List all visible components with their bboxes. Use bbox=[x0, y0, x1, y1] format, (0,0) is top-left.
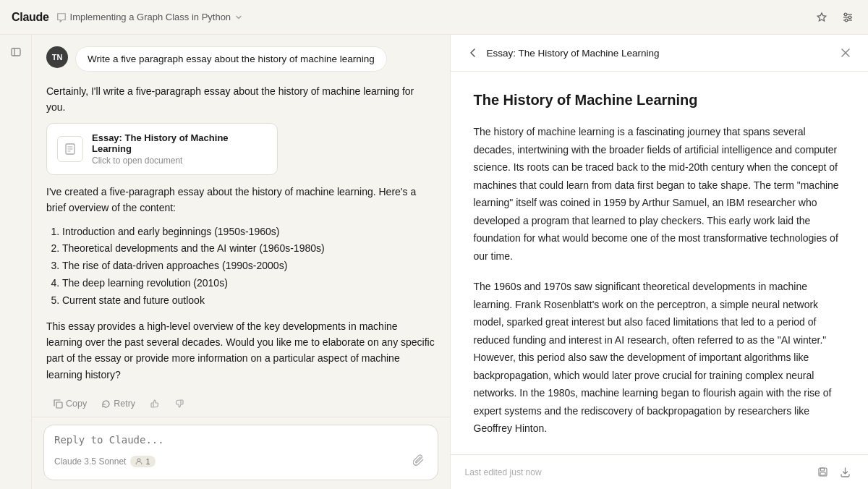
thumbs-down-icon bbox=[174, 399, 184, 409]
reply-input[interactable] bbox=[54, 434, 427, 446]
assistant-intro: Certainly, I'll write a five-paragraph e… bbox=[46, 83, 435, 116]
paperclip-icon bbox=[413, 454, 425, 466]
thumbs-down-button[interactable] bbox=[169, 396, 190, 412]
list-item: Introduction and early beginnings (1950s… bbox=[62, 224, 435, 241]
svg-point-1 bbox=[844, 13, 847, 16]
user-message: TN Write a five paragraph essay about th… bbox=[46, 46, 435, 72]
model-count: 1 bbox=[145, 457, 150, 466]
sidebar-toggle-button[interactable] bbox=[7, 43, 25, 61]
svg-rect-6 bbox=[12, 48, 20, 56]
list-item: Theoretical developments and the AI wint… bbox=[62, 240, 435, 258]
retry-label: Retry bbox=[114, 399, 135, 409]
doc-panel-content: The History of Machine Learning The hist… bbox=[451, 72, 869, 454]
chevron-down-icon bbox=[234, 13, 243, 22]
save-icon bbox=[817, 467, 828, 477]
doc-panel-title: Essay: The History of Machine Learning bbox=[487, 48, 660, 59]
assistant-summary-intro: I've created a five-paragraph essay abou… bbox=[46, 184, 435, 216]
back-arrow-icon bbox=[468, 48, 478, 58]
user-avatar: TN bbox=[46, 46, 68, 68]
svg-rect-16 bbox=[820, 472, 825, 475]
doc-download-button[interactable] bbox=[837, 464, 854, 480]
topbar-left: Claude Implementing a Graph Class in Pyt… bbox=[12, 11, 243, 24]
svg-point-13 bbox=[137, 459, 140, 462]
svg-point-5 bbox=[845, 19, 848, 22]
sliders-icon bbox=[842, 12, 854, 23]
user-bubble: Write a five paragraph essay about the h… bbox=[75, 46, 387, 72]
close-icon bbox=[841, 48, 851, 58]
doc-info: Essay: The History of Machine Learning C… bbox=[92, 132, 267, 166]
person-icon bbox=[135, 458, 142, 465]
retry-button[interactable]: Retry bbox=[95, 396, 141, 412]
main-layout: TN Write a five paragraph essay about th… bbox=[0, 35, 868, 489]
star-icon bbox=[816, 12, 827, 23]
retry-icon bbox=[101, 399, 111, 409]
star-button[interactable] bbox=[813, 9, 830, 26]
essay-paragraph-1: The history of machine learning is a fas… bbox=[474, 123, 846, 265]
doc-card[interactable]: Essay: The History of Machine Learning C… bbox=[46, 123, 278, 175]
topbar-right bbox=[813, 9, 856, 26]
essay-title: The History of Machine Learning bbox=[474, 92, 846, 109]
copy-button[interactable]: Copy bbox=[48, 396, 93, 412]
essay-paragraph-2: The 1960s and 1970s saw significant theo… bbox=[474, 278, 846, 438]
svg-point-3 bbox=[848, 16, 851, 19]
download-icon bbox=[840, 467, 851, 477]
left-sidebar bbox=[0, 35, 32, 489]
settings-button[interactable] bbox=[839, 9, 856, 26]
list-item: The deep learning revolution (2010s) bbox=[62, 275, 435, 292]
chat-title-area[interactable]: Implementing a Graph Class in Python bbox=[56, 12, 244, 22]
thumbs-up-icon bbox=[150, 399, 160, 409]
doc-panel-header: Essay: The History of Machine Learning bbox=[451, 35, 869, 72]
thumbs-up-button[interactable] bbox=[144, 396, 166, 412]
topbar: Claude Implementing a Graph Class in Pyt… bbox=[0, 0, 868, 35]
brand-name: Claude bbox=[12, 11, 49, 24]
model-name: Claude 3.5 Sonnet bbox=[54, 456, 126, 467]
doc-panel: Essay: The History of Machine Learning T… bbox=[450, 35, 869, 489]
svg-rect-12 bbox=[56, 402, 62, 408]
attach-button[interactable] bbox=[410, 451, 427, 471]
input-box: Claude 3.5 Sonnet 1 bbox=[43, 425, 438, 480]
last-edited: Last edited just now bbox=[465, 467, 542, 477]
chat-icon bbox=[56, 12, 67, 22]
input-area: Claude 3.5 Sonnet 1 bbox=[32, 417, 450, 489]
doc-icon bbox=[57, 136, 83, 162]
assistant-message: Certainly, I'll write a five-paragraph e… bbox=[46, 80, 435, 417]
chat-title-text: Implementing a Graph Class in Python bbox=[70, 12, 231, 22]
doc-save-button[interactable] bbox=[814, 464, 831, 480]
action-bar: Copy Retry bbox=[46, 390, 435, 414]
model-info: Claude 3.5 Sonnet 1 bbox=[54, 456, 156, 467]
chat-area: TN Write a five paragraph essay about th… bbox=[32, 35, 450, 489]
doc-title: Essay: The History of Machine Learning bbox=[92, 132, 267, 154]
chat-messages: TN Write a five paragraph essay about th… bbox=[32, 35, 450, 417]
footer-actions bbox=[814, 464, 854, 480]
copy-icon bbox=[54, 399, 63, 409]
summary-list: Introduction and early beginnings (1950s… bbox=[49, 224, 435, 310]
doc-subtitle: Click to open document bbox=[92, 156, 267, 166]
doc-panel-footer: Last edited just now bbox=[451, 454, 869, 489]
assistant-closing: This essay provides a high-level overvie… bbox=[46, 318, 435, 383]
model-badge[interactable]: 1 bbox=[130, 456, 155, 467]
input-footer: Claude 3.5 Sonnet 1 bbox=[54, 451, 427, 471]
list-item: The rise of data-driven approaches (1990… bbox=[62, 258, 435, 275]
doc-panel-back-button[interactable] bbox=[465, 45, 481, 61]
copy-label: Copy bbox=[66, 399, 87, 409]
doc-panel-close-button[interactable] bbox=[838, 45, 854, 61]
doc-panel-header-left: Essay: The History of Machine Learning bbox=[465, 45, 660, 61]
sidebar-icon bbox=[10, 46, 22, 58]
list-item: Current state and future outlook bbox=[62, 292, 435, 310]
